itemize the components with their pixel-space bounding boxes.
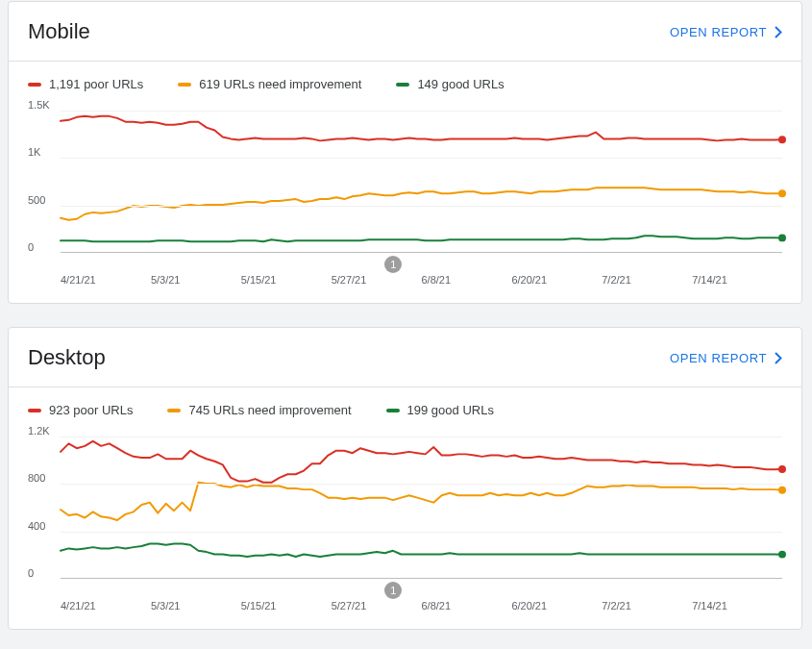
card-title: Desktop (28, 345, 106, 370)
legend: 923 poor URLs 745 URLs need improvement … (9, 387, 801, 423)
plot: 1 (61, 111, 782, 253)
x-tick: 5/3/21 (151, 600, 241, 612)
x-tick: 7/2/21 (602, 274, 692, 286)
x-tick: 5/15/21 (241, 600, 332, 612)
x-axis: 4/21/215/3/215/15/215/27/216/8/216/20/21… (61, 600, 782, 612)
x-tick: 4/21/21 (61, 274, 151, 286)
legend-swatch (28, 83, 41, 87)
open-report-link[interactable]: OPEN REPORT (670, 351, 782, 365)
series-poor (61, 441, 782, 483)
card-title: Mobile (28, 19, 90, 44)
x-tick: 5/27/21 (332, 274, 422, 286)
legend-label: 1,191 poor URLs (49, 77, 143, 91)
x-tick: 4/21/21 (61, 600, 151, 612)
series-needs (61, 187, 782, 219)
card-header: Desktop OPEN REPORT (9, 328, 801, 387)
x-tick: 5/27/21 (332, 600, 422, 612)
open-report-link[interactable]: OPEN REPORT (670, 25, 782, 39)
card-header: Mobile OPEN REPORT (9, 2, 801, 61)
x-tick: 7/14/21 (692, 600, 782, 612)
legend-swatch (178, 83, 191, 87)
x-axis: 4/21/215/3/215/15/215/27/216/8/216/20/21… (61, 274, 782, 286)
chart-svg (61, 111, 782, 252)
series-needs (61, 483, 782, 520)
plot: 1 (61, 437, 782, 579)
x-tick: 7/14/21 (692, 274, 782, 286)
legend-swatch (396, 83, 409, 87)
gridline (61, 158, 782, 159)
series-end-dot (778, 136, 786, 143)
legend-label: 619 URLs need improvement (199, 77, 361, 91)
desktop-card: Desktop OPEN REPORT 923 poor URLs 745 UR… (8, 327, 802, 630)
legend-swatch (386, 409, 400, 412)
chevron-right-icon (775, 352, 782, 364)
chart-svg (61, 437, 782, 578)
legend: 1,191 poor URLs 619 URLs need improvemen… (9, 62, 801, 97)
legend-swatch (167, 409, 181, 412)
annotation-marker[interactable]: 1 (384, 582, 402, 599)
legend-item-needs: 619 URLs need improvement (178, 77, 361, 91)
series-end-dot (778, 551, 786, 559)
x-tick: 6/20/21 (511, 600, 602, 612)
legend-label: 923 poor URLs (49, 403, 133, 417)
series-end-dot (778, 465, 786, 473)
series-poor (61, 116, 782, 141)
open-report-label: OPEN REPORT (670, 25, 767, 39)
chart-area: 1.2K8004000 1 4/21/215/3/215/15/215/27/2… (9, 423, 801, 629)
x-tick: 6/8/21 (422, 274, 512, 286)
x-tick: 6/8/21 (422, 600, 512, 612)
x-tick: 7/2/21 (602, 600, 692, 612)
x-tick: 5/3/21 (151, 274, 241, 286)
legend-item-poor: 923 poor URLs (28, 403, 133, 417)
legend-item-good: 199 good URLs (386, 403, 494, 417)
chart-area: 1.5K1K5000 1 4/21/215/3/215/15/215/27/21… (9, 97, 801, 303)
legend-label: 149 good URLs (417, 77, 504, 91)
gridline (61, 206, 782, 207)
gridline (61, 437, 782, 437)
annotation-marker[interactable]: 1 (384, 256, 402, 273)
legend-swatch (28, 409, 41, 412)
x-tick: 6/20/21 (511, 274, 602, 286)
legend-label: 199 good URLs (407, 403, 494, 417)
legend-item-needs: 745 URLs need improvement (167, 403, 351, 417)
gridline (61, 111, 782, 112)
open-report-label: OPEN REPORT (670, 351, 767, 365)
series-end-dot (778, 234, 786, 241)
x-tick: 5/15/21 (241, 274, 332, 286)
gridline (61, 532, 782, 533)
gridline (61, 484, 782, 485)
legend-label: 745 URLs need improvement (188, 403, 351, 417)
series-good (61, 236, 782, 241)
legend-item-good: 149 good URLs (396, 77, 504, 91)
mobile-card: Mobile OPEN REPORT 1,191 poor URLs 619 U… (8, 1, 802, 304)
legend-item-poor: 1,191 poor URLs (28, 77, 143, 91)
chevron-right-icon (775, 26, 782, 38)
series-end-dot (778, 487, 786, 494)
series-end-dot (778, 189, 786, 197)
series-good (61, 543, 782, 557)
